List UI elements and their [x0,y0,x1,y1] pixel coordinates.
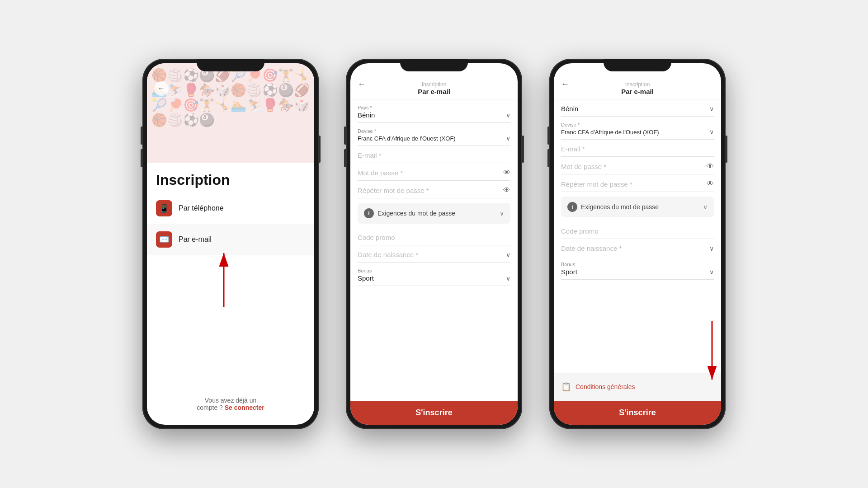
form2-header-top: Inscription [358,81,510,88]
form3-back-btn[interactable]: ← [561,80,569,89]
password-field-3[interactable]: Mot de passe * 👁 [561,157,714,174]
repeat-password-placeholder-3: Répéter mot de passe * 👁 [561,180,714,188]
devise-chevron-2: ∨ [506,135,510,142]
par-email-option[interactable]: ✉️ Par e-mail [147,224,314,255]
repeat-password-eye-icon-2: 👁 [503,186,510,194]
screen-2: ← Inscription Par e-mail Pays * Bénin ∨ … [350,63,518,425]
pays-field-2[interactable]: Pays * Bénin ∨ [358,99,510,123]
form3-header-top: Inscription [561,81,714,88]
devise-field-2[interactable]: Devise * Franc CFA d'Afrique de l'Ouest … [358,123,510,146]
pays-label-2: Pays * [358,105,510,110]
side-btn-vol-down-2 [344,149,346,167]
side-btn-power [319,136,321,163]
password-eye-icon-2: 👁 [503,169,510,177]
password-req-text-3: Exigences du mot de passe [581,203,699,211]
date-naissance-field-3[interactable]: Date de naissance * ∨ [561,239,714,256]
par-telephone-label: Par téléphone [179,204,224,212]
password-field-2[interactable]: Mot de passe * 👁 [358,163,510,181]
notch-3 [604,59,671,71]
devise-label-3: Devise * [561,122,714,127]
phone-1: 🏀🏐⚽🎱🏈🎾🏓🎯🏋️🤸🏊⛷️🥊🏇🎲🏀🏐⚽🎱🏈🎾🏓🎯🏋️🤸🏊⛷️🥊🏇🎲🏀🏐⚽🎱 ←… [142,59,319,429]
email-option-icon: ✉️ [156,231,172,248]
notch-1 [197,59,264,71]
form2-body: Pays * Bénin ∨ Devise * Franc CFA d'Afri… [350,99,518,401]
phone1-header: 🏀🏐⚽🎱🏈🎾🏓🎯🏋️🤸🏊⛷️🥊🏇🎲🏀🏐⚽🎱🏈🎾🏓🎯🏋️🤸🏊⛷️🥊🏇🎲🏀🏐⚽🎱 ← [147,63,314,163]
repeat-password-field-3[interactable]: Répéter mot de passe * 👁 [561,174,714,192]
bonus-field-3[interactable]: Bonus Sport ∨ [561,256,714,280]
submit-btn-3[interactable]: S'inscrire [554,401,721,425]
repeat-password-field-2[interactable]: Répéter mot de passe * 👁 [358,181,510,198]
pays-field-3[interactable]: Bénin ∨ [561,99,714,117]
repeat-password-eye-icon-3: 👁 [707,180,714,188]
pays-chevron-3: ∨ [709,105,714,113]
par-telephone-option[interactable]: 📱 Par téléphone [147,193,314,224]
info-icon-2: i [364,208,374,218]
phone1-footer: Vous avez déjà uncompte ? Se connecter [147,397,314,411]
notch-2 [400,59,468,71]
bonus-label-2: Bonus [358,268,510,273]
phone-shell-1: 🏀🏐⚽🎱🏈🎾🏓🎯🏋️🤸🏊⛷️🥊🏇🎲🏀🏐⚽🎱🏈🎾🏓🎯🏋️🤸🏊⛷️🥊🏇🎲🏀🏐⚽🎱 ←… [142,59,319,429]
submit-btn-2[interactable]: S'inscrire [350,401,518,425]
date-chevron-3: ∨ [709,245,714,252]
devise-label-2: Devise * [358,128,510,134]
side-btn-power-3 [726,136,727,163]
side-btn-power-2 [522,136,524,163]
email-field-2[interactable]: E-mail * [358,146,510,163]
date-naissance-placeholder-2: Date de naissance * ∨ [358,251,510,258]
code-promo-field-2[interactable]: Code promo [358,228,510,245]
back-button-1[interactable]: ← [154,81,169,96]
phone-2: ← Inscription Par e-mail Pays * Bénin ∨ … [346,59,522,429]
sports-pattern: 🏀🏐⚽🎱🏈🎾🏓🎯🏋️🤸🏊⛷️🥊🏇🎲🏀🏐⚽🎱🏈🎾🏓🎯🏋️🤸🏊⛷️🥊🏇🎲🏀🏐⚽🎱 [147,63,314,163]
info-icon-3: i [567,202,577,212]
conditions-icon: 📋 [561,382,571,392]
code-promo-placeholder-3: Code promo [561,227,714,235]
phone-shell-2: ← Inscription Par e-mail Pays * Bénin ∨ … [346,59,522,429]
pays-chevron-2: ∨ [506,112,510,119]
side-btn-vol-up-3 [547,127,549,145]
date-naissance-field-2[interactable]: Date de naissance * ∨ [358,245,510,263]
password-req-text-2: Exigences du mot de passe [377,210,496,217]
screen-1: 🏀🏐⚽🎱🏈🎾🏓🎯🏋️🤸🏊⛷️🥊🏇🎲🏀🏐⚽🎱🏈🎾🏓🎯🏋️🤸🏊⛷️🥊🏇🎲🏀🏐⚽🎱 ←… [147,63,314,425]
form3-header-sub: Par e-mail [561,88,714,95]
conditions-row[interactable]: 📋 Conditions générales [561,378,714,395]
side-btn-vol-down-3 [547,149,549,167]
bonus-field-2[interactable]: Bonus Sport ∨ [358,263,510,286]
password-placeholder-2: Mot de passe * 👁 [358,169,510,177]
password-req-chevron-2: ∨ [500,210,504,217]
side-btn-vol-up-2 [344,127,346,145]
se-connecter-link[interactable]: Se connecter [225,404,264,411]
password-req-box-3[interactable]: i Exigences du mot de passe ∨ [561,197,714,217]
password-req-chevron-3: ∨ [703,203,708,211]
side-btn-vol-down [141,149,142,167]
form2-back-btn[interactable]: ← [358,80,366,89]
form3-body: Bénin ∨ Devise * Franc CFA d'Afrique de … [554,99,721,373]
code-promo-field-3[interactable]: Code promo [561,222,714,239]
password-req-box-2[interactable]: i Exigences du mot de passe ∨ [358,203,510,224]
bonus-value-3: Sport ∨ [561,268,714,276]
password-placeholder-3: Mot de passe * 👁 [561,162,714,170]
devise-chevron-3: ∨ [709,128,714,136]
bonus-chevron-2: ∨ [506,275,510,282]
conditions-label: Conditions générales [576,383,635,390]
email-placeholder-2: E-mail * [358,151,510,159]
code-promo-placeholder-2: Code promo [358,234,510,241]
date-naissance-placeholder-3: Date de naissance * ∨ [561,244,714,252]
side-btn-vol-up [141,127,142,145]
password-eye-icon-3: 👁 [707,162,714,170]
repeat-password-placeholder-2: Répéter mot de passe * 👁 [358,186,510,194]
page-title-1: Inscription [147,163,314,193]
par-email-label: Par e-mail [179,235,212,244]
form2-header-sub: Par e-mail [358,88,510,95]
bonus-value-2: Sport ∨ [358,274,510,282]
pays-value-2: Bénin ∨ [358,111,510,119]
email-placeholder-3: E-mail * [561,145,714,153]
bonus-label-3: Bonus [561,262,714,267]
phone-shell-3: ← Inscription Par e-mail Bénin ∨ Devise … [549,59,726,429]
pays-value-3: Bénin ∨ [561,105,714,113]
devise-value-3: Franc CFA d'Afrique de l'Ouest (XOF) ∨ [561,128,714,136]
form3-footer: 📋 Conditions générales [554,373,721,401]
devise-field-3[interactable]: Devise * Franc CFA d'Afrique de l'Ouest … [561,117,714,140]
devise-value-2: Franc CFA d'Afrique de l'Ouest (XOF) ∨ [358,135,510,142]
email-field-3[interactable]: E-mail * [561,140,714,157]
phone-3: ← Inscription Par e-mail Bénin ∨ Devise … [549,59,726,429]
